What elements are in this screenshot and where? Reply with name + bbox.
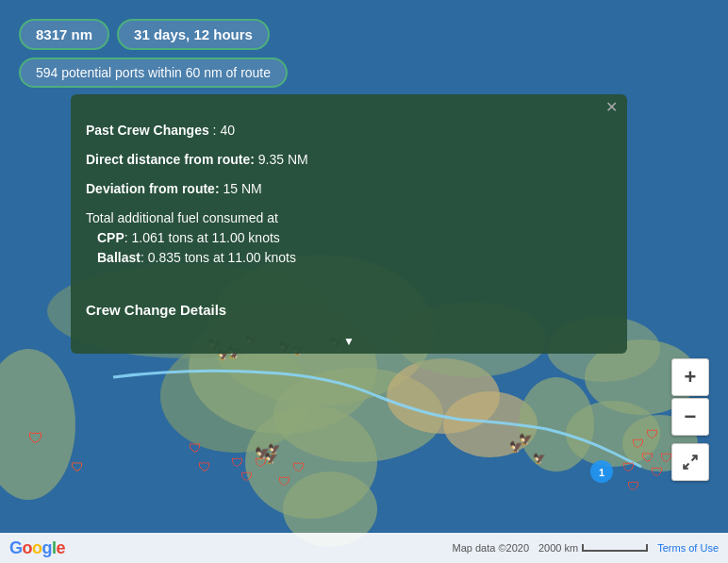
svg-text:🛡: 🛡 [632, 437, 644, 451]
past-crew-changes-label: Past Crew Changes [86, 123, 209, 138]
deviation-value: 15 NM [220, 181, 262, 196]
ports-pill: 594 potential ports within 60 nm of rout… [19, 58, 288, 88]
direct-distance-row: Direct distance from route: 9.35 NM [86, 150, 612, 170]
svg-text:🛡: 🛡 [627, 479, 639, 493]
cpp-value: : 1.061 tons at 11.00 knots [124, 230, 280, 245]
svg-text:🛡: 🛡 [231, 455, 243, 470]
scale-bar: 2000 km [538, 542, 648, 554]
duration-pill: 31 days, 12 hours [117, 19, 270, 50]
info-panel-body[interactable]: Past Crew Changes : 40 Direct distance f… [71, 117, 627, 333]
svg-text:🛡: 🛡 [641, 450, 654, 465]
ballast-row: Ballast: 0.835 tons at 11.00 knots [97, 248, 612, 268]
google-logo: Google [9, 538, 65, 558]
distance-pill: 8317 nm [19, 19, 109, 50]
cpp-row: CPP: 1.061 tons at 11.00 knots [97, 228, 612, 248]
scroll-arrow: ▼ [71, 333, 627, 354]
svg-text:🛡: 🛡 [622, 460, 635, 474]
fuel-row: Total additional fuel consumed at CPP: 1… [86, 208, 612, 268]
deviation-row: Deviation from route: 15 NM [86, 179, 612, 199]
svg-text:🦅: 🦅 [533, 452, 546, 465]
route-stats: 8317 nm 31 days, 12 hours [19, 19, 288, 50]
map-attribution: Map data ©2020 2000 km Terms of Use [453, 542, 720, 554]
direct-distance-label: Direct distance from route: [86, 152, 255, 167]
svg-text:🛡: 🛡 [71, 459, 84, 474]
close-button[interactable]: ✕ [600, 98, 623, 117]
info-panel-header: ✕ [71, 94, 627, 117]
fullscreen-button[interactable] [671, 443, 709, 481]
svg-text:🛡: 🛡 [189, 440, 202, 455]
svg-text:1: 1 [599, 467, 604, 478]
svg-text:🛡: 🛡 [651, 465, 663, 479]
past-crew-changes-row: Past Crew Changes : 40 [86, 121, 612, 141]
scale-line [582, 544, 648, 552]
ballast-label: Ballast [97, 250, 141, 265]
map-controls: + − [671, 358, 709, 481]
zoom-in-button[interactable]: + [671, 358, 709, 396]
svg-text:🦅: 🦅 [268, 442, 281, 455]
map-data-text: Map data ©2020 [453, 542, 530, 554]
direct-distance-value: 9.35 NM [255, 152, 308, 167]
terms-of-use-link[interactable]: Terms of Use [657, 542, 719, 554]
deviation-label: Deviation from route: [86, 181, 220, 196]
svg-text:🛡: 🛡 [646, 427, 658, 441]
past-crew-changes-value: : 40 [209, 123, 235, 138]
crew-change-title: Crew Change Details [86, 302, 612, 318]
svg-text:🛡: 🛡 [240, 470, 253, 484]
bottom-bar: Google Map data ©2020 2000 km Terms of U… [0, 533, 728, 563]
fuel-label: Total additional fuel consumed at [86, 210, 278, 225]
ballast-value: : 0.835 tons at 11.00 knots [141, 250, 296, 265]
info-panel: ✕ Past Crew Changes : 40 Direct distance… [71, 94, 627, 354]
svg-text:🛡: 🛡 [28, 430, 43, 446]
svg-text:🦅: 🦅 [519, 432, 533, 446]
top-bar: 8317 nm 31 days, 12 hours 594 potential … [19, 19, 288, 88]
scale-label: 2000 km [538, 542, 578, 554]
svg-text:🛡: 🛡 [292, 460, 305, 474]
zoom-out-button[interactable]: − [671, 398, 709, 436]
cpp-label: CPP [97, 230, 124, 245]
svg-text:🛡: 🛡 [198, 459, 211, 474]
svg-text:🛡: 🛡 [278, 474, 290, 488]
